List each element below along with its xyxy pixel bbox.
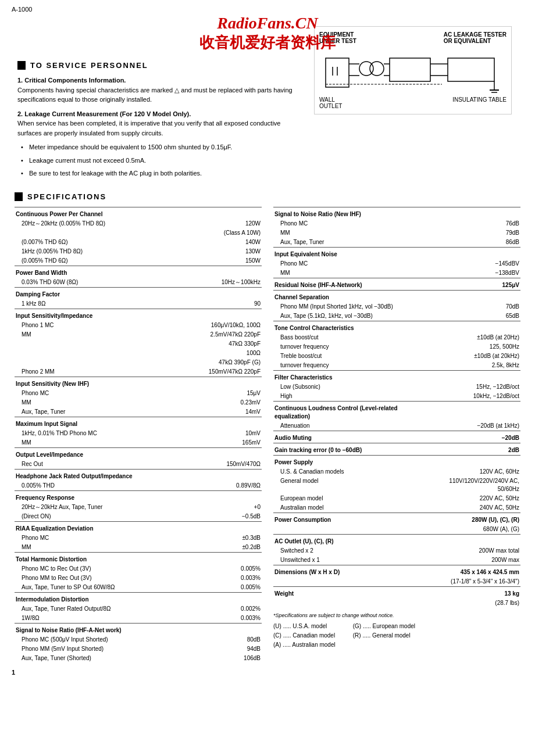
specs-value: (28.7 lbs) bbox=[427, 599, 520, 608]
specs-value: 80dB bbox=[176, 635, 262, 644]
table-row: Continuous Power Per Channel bbox=[15, 207, 262, 219]
table-row: turnover frequency125, 500Hz bbox=[273, 342, 520, 352]
specs-label: 1kHz, 0.01% THD Phono MC bbox=[15, 429, 176, 438]
specs-label bbox=[15, 228, 176, 238]
specs-label: U.S. & Canadian models bbox=[273, 467, 427, 476]
specs-value: 10mV bbox=[176, 429, 262, 438]
table-row: Weight13 kg bbox=[273, 586, 520, 599]
specs-label: turnover frequency bbox=[273, 342, 427, 352]
table-row: Frequency Response bbox=[15, 490, 262, 503]
specs-value bbox=[427, 401, 520, 421]
table-row: 47kΩ 390pF (G) bbox=[15, 358, 262, 367]
specs-label: Low (Subsonic) bbox=[273, 382, 427, 392]
specs-label: MM bbox=[15, 398, 176, 407]
service-item-2-num: 2. bbox=[17, 110, 24, 117]
specs-value: 47kΩ 390pF (G) bbox=[176, 358, 262, 367]
svg-rect-6 bbox=[448, 58, 494, 81]
specs-value: 2.5k, 8kHz bbox=[427, 361, 520, 371]
bullet-item-1: Meter impedance should be equivalent to … bbox=[17, 142, 518, 152]
specs-section-title: SPECIFICATIONS bbox=[15, 192, 520, 201]
specs-label: Rec Out bbox=[15, 460, 176, 470]
specs-section-header: Gain tracking error (0 to −60dB) bbox=[273, 443, 427, 455]
specs-section-header: Total Harmonic Distortion bbox=[15, 552, 262, 564]
specs-section: SPECIFICATIONS Continuous Power Per Chan… bbox=[12, 192, 523, 663]
specs-value bbox=[427, 247, 520, 259]
table-row: (28.7 lbs) bbox=[273, 599, 520, 608]
table-row: turnover frequency2.5k, 8kHz bbox=[273, 361, 520, 371]
specs-value: 150mV/470Ω bbox=[176, 460, 262, 470]
specs-right-col: Signal to Noise Ratio (New IHF)Phono MC7… bbox=[273, 207, 520, 663]
table-row: MM2.5mV/47kΩ 220pF bbox=[15, 330, 262, 339]
table-row: (0.007% THD 6Ω)140W bbox=[15, 238, 262, 247]
table-row: 0.005% THD0.89V/8Ω bbox=[15, 481, 262, 491]
specs-value: 106dB bbox=[176, 654, 262, 663]
specs-label: General model bbox=[273, 476, 427, 494]
specs-label: Aux, Tape (5.1kΩ, 1kHz, vol −30dB) bbox=[273, 311, 427, 321]
specs-section-header: Maximum Input Signal bbox=[15, 417, 262, 429]
specs-value: 120W bbox=[176, 219, 262, 228]
table-row: MM0.23mV bbox=[15, 398, 262, 407]
table-row: 1 kHz 8Ω90 bbox=[15, 299, 262, 309]
specs-section-header: Power Supply bbox=[273, 455, 427, 467]
table-row: Power Supply bbox=[273, 455, 520, 467]
specs-label bbox=[273, 577, 427, 587]
model-number: A-1000 bbox=[12, 6, 523, 13]
specs-label: 1 kHz 8Ω bbox=[15, 299, 176, 309]
svg-rect-5 bbox=[390, 58, 430, 81]
specs-value: 160μV/10kΩ, 100Ω bbox=[176, 321, 262, 330]
table-row: Unswitched x 1200W max bbox=[273, 556, 520, 565]
table-row: Filter Characteristics bbox=[273, 370, 520, 382]
table-row: Aux, Tape (5.1kΩ, 1kHz, vol −30dB)65dB bbox=[273, 311, 520, 321]
specs-label: MM bbox=[15, 330, 176, 339]
table-row: Phono MM (Input Shorted 1kHz, vol −30dB)… bbox=[273, 302, 520, 311]
table-row: Phono MM to Rec Out (3V)0.003% bbox=[15, 574, 262, 583]
table-row: Switched x 2200W max total bbox=[273, 546, 520, 556]
specs-value bbox=[427, 455, 520, 467]
specs-label: Phono MC bbox=[273, 259, 427, 268]
tester-label: AC LEAKAGE TESTEROR EQUIVALENT bbox=[444, 31, 507, 44]
specs-label: Aux, Tape, Tuner to SP Out 60W/8Ω bbox=[15, 583, 176, 593]
table-row: Aux, Tape, Tuner14mV bbox=[15, 407, 262, 417]
specs-value bbox=[427, 321, 520, 333]
table-row: (0.005% THD 6Ω)150W bbox=[15, 256, 262, 266]
specs-label: Phono MC (500μV Input Shorted) bbox=[15, 635, 176, 644]
bullet-item-3: Be sure to test for leakage with the AC … bbox=[17, 169, 518, 178]
table-row: Phono MC76dB bbox=[273, 219, 520, 228]
specs-value: −145dBV bbox=[427, 259, 520, 268]
specs-section-header: Residual Noise (IHF-A-Network) bbox=[273, 278, 427, 290]
specs-label: Phono MC bbox=[15, 389, 176, 398]
specs-label bbox=[15, 358, 176, 367]
leakage-diagram: EQUIPMENTUNDER TEST AC LEAKAGE TESTEROR … bbox=[314, 26, 512, 114]
specs-footnote: *Specifications are subject to change wi… bbox=[273, 612, 520, 618]
specs-value: 0.003% bbox=[176, 614, 262, 624]
specs-right-table: Signal to Noise Ratio (New IHF)Phono MC7… bbox=[273, 207, 520, 608]
specs-label bbox=[273, 599, 427, 608]
specs-value: +0 bbox=[176, 503, 262, 512]
table-row: Treble boost/cut±10dB (at 20kHz) bbox=[273, 352, 520, 361]
service-item-1-num: 1. bbox=[17, 77, 24, 84]
specs-section-header: AC Outlet (U), (C), (R) bbox=[273, 534, 427, 546]
table-row: Input Sensitivity/Impedance bbox=[15, 309, 262, 321]
table-row: AC Outlet (U), (C), (R) bbox=[273, 534, 520, 546]
specs-value: 94dB bbox=[176, 644, 262, 654]
model-key-col-2: (G) ..... European model (R) ..... Gener… bbox=[353, 622, 415, 650]
specs-value: 70dB bbox=[427, 302, 520, 311]
specs-label: Phono MM (Input Shorted 1kHz, vol −30dB) bbox=[273, 302, 427, 311]
specs-section-header: Continuous Loudness Control (Level-relat… bbox=[273, 401, 427, 421]
wall-outlet-label: WALLOUTLET bbox=[319, 96, 342, 109]
specs-value: 0.002% bbox=[176, 604, 262, 614]
specs-value: 200W max total bbox=[427, 546, 520, 556]
table-row: Rec Out150mV/470Ω bbox=[15, 460, 262, 470]
specs-section-header: Damping Factor bbox=[15, 287, 262, 299]
specs-value: 0.23mV bbox=[176, 398, 262, 407]
specs-left-table: Continuous Power Per Channel20Hz～20kHz (… bbox=[15, 207, 262, 663]
specs-value: 280W (U), (C), (R) bbox=[427, 513, 520, 525]
specs-section-header: Audio Muting bbox=[273, 431, 427, 443]
specs-value: (17-1/8" x 5-3/4" x 16-3/4") bbox=[427, 577, 520, 587]
table-row: Power Band Width bbox=[15, 266, 262, 278]
specs-value: 125μV bbox=[427, 278, 520, 290]
specs-label: Australian model bbox=[273, 503, 427, 513]
specs-section-header: Frequency Response bbox=[15, 490, 262, 503]
model-key-g: (G) ..... European model bbox=[353, 622, 415, 631]
specs-value: 150W bbox=[176, 256, 262, 266]
